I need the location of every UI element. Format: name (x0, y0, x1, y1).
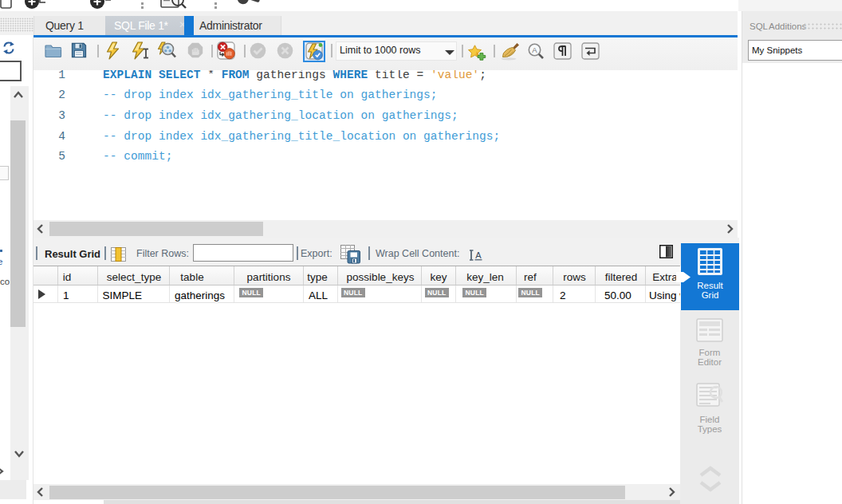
svg-text:A: A (475, 250, 482, 260)
svg-text:A: A (532, 45, 537, 54)
